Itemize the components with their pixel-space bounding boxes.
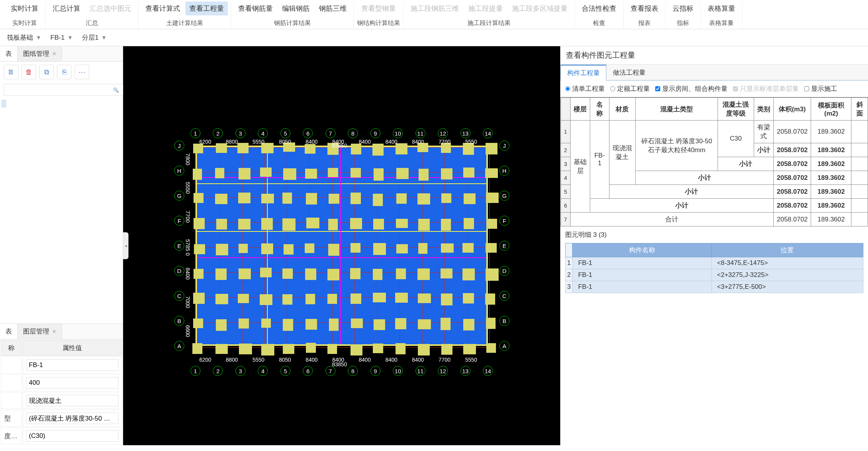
- ribbon-btn[interactable]: 查看工程量: [185, 2, 228, 15]
- dimension-text: 8800: [226, 139, 238, 145]
- dimension-text: 8400: [412, 139, 424, 145]
- axis-label: 11: [416, 366, 426, 376]
- collapse-left-handle[interactable]: ◂: [123, 232, 129, 259]
- qty-header: 模板面积(m2): [811, 98, 851, 121]
- delete-icon[interactable]: 🗑: [22, 65, 36, 79]
- prop-tab-list[interactable]: 表: [0, 324, 18, 339]
- detail-header: 构件名称: [573, 243, 711, 257]
- search-icon[interactable]: 🔍: [113, 87, 119, 93]
- prop-key: 度…: [1, 428, 22, 444]
- ribbon-group-label: 报表: [638, 19, 651, 27]
- ribbon-btn: 施工段钢筋三维: [407, 2, 463, 15]
- prop-value-input[interactable]: [26, 359, 119, 371]
- ribbon-btn[interactable]: 实时计算: [7, 2, 42, 15]
- axis-label: 3: [235, 366, 245, 376]
- ribbon-btn[interactable]: 云指标: [669, 2, 697, 15]
- ribbon-btn[interactable]: 查看钢筋量: [234, 2, 277, 15]
- left-tab-list[interactable]: 表: [0, 46, 18, 61]
- ribbon-group-label: 表格算量: [709, 19, 734, 27]
- dimension-text: 8400: [185, 268, 191, 280]
- detail-row[interactable]: 1FB-1<8-3475,E-1475>: [566, 257, 863, 269]
- dimension-text: 7000: [185, 296, 191, 308]
- left-tabs: 表 图纸管理×: [0, 46, 123, 62]
- dimension-text: 8800: [226, 357, 238, 363]
- qty-header: 楼层: [570, 98, 590, 121]
- chk-show-rooms[interactable]: 显示房间、组合构件量: [655, 84, 728, 93]
- more-icon[interactable]: ⋯: [75, 65, 89, 79]
- detail-title: 图元明细 3 (3): [561, 226, 868, 243]
- axis-label: G: [499, 191, 509, 201]
- axis-label: 4: [258, 366, 268, 376]
- filter-row: 清单工程量 定额工程量 显示房间、组合构件量 只显示标准层单层量 显示施工: [561, 80, 868, 97]
- paste-icon[interactable]: ⎘: [57, 65, 72, 79]
- axis-label: D: [499, 266, 509, 276]
- detail-row[interactable]: 2FB-1<2+3275,J-3225>: [566, 269, 863, 281]
- chk-standard-floor: 只显示标准层单层量: [733, 84, 799, 93]
- prop-value-input[interactable]: [26, 412, 119, 424]
- drawing-canvas[interactable]: ◂ 11223344556677889910101111121213131414…: [123, 46, 560, 445]
- axis-label: 14: [483, 128, 493, 138]
- layer-dropdown[interactable]: 分层1▾: [79, 32, 109, 44]
- ribbon-btn[interactable]: 汇总计算: [49, 2, 84, 15]
- axis-label: 7: [326, 128, 336, 138]
- tab-method-qty[interactable]: 做法工程量: [606, 65, 652, 80]
- prop-value-input[interactable]: [26, 395, 119, 406]
- dimension-text: 7700: [439, 357, 451, 363]
- axis-label: B: [174, 316, 184, 326]
- qty-header: 体积(m3): [773, 98, 811, 121]
- ribbon-group-label: 土建计算结果: [166, 19, 203, 27]
- ribbon-group-label: 实时计算: [12, 19, 37, 27]
- ribbon-btn: 查看型钢量: [357, 2, 400, 15]
- ribbon-btn[interactable]: 钢筋三维: [315, 2, 351, 15]
- copy-icon[interactable]: ⧉: [39, 65, 54, 79]
- axis-label: 12: [438, 366, 448, 376]
- ribbon-btn: 施工段提量: [464, 2, 507, 15]
- component-dropdown[interactable]: FB-1▾: [47, 32, 75, 43]
- icon-toolbar: 🗎 🗑 ⧉ ⎘ ⋯: [0, 62, 123, 82]
- prop-value-input[interactable]: [26, 430, 119, 442]
- dimension-text: 7800: [185, 153, 191, 165]
- close-icon[interactable]: ×: [52, 50, 56, 57]
- prop-tab-layer-mgmt[interactable]: 图层管理×: [18, 324, 62, 339]
- ribbon-btn[interactable]: 表格算量: [704, 2, 739, 15]
- ribbon-btn[interactable]: 查看计算式: [142, 2, 184, 15]
- chk-show-construction[interactable]: 显示施工: [804, 84, 837, 93]
- detail-row[interactable]: 3FB-1<3+2775,E-500>: [566, 281, 863, 293]
- axis-label: C: [499, 291, 509, 301]
- radio-bill-qty[interactable]: 清单工程量: [565, 84, 605, 93]
- qty-header: 斜面: [851, 98, 868, 121]
- axis-label: A: [499, 341, 509, 351]
- tab-component-qty[interactable]: 构件工程量: [561, 65, 606, 80]
- axis-label: 9: [371, 366, 381, 376]
- category-dropdown[interactable]: 筏板基础▾: [4, 32, 43, 44]
- qty-header: 混凝土类型: [636, 98, 718, 121]
- prop-key: [1, 357, 22, 374]
- prop-col-name: 称: [1, 340, 22, 356]
- dimension-text: 5550: [465, 357, 477, 363]
- axis-label: 1: [190, 366, 200, 376]
- ribbon-group: 施工段钢筋三维施工段提量施工段多区域提量施工段计算结果: [404, 2, 575, 29]
- axis-label: 14: [483, 366, 493, 376]
- close-icon[interactable]: ×: [52, 328, 56, 335]
- property-panel: 表 图层管理× 称属性值 型度…: [0, 324, 123, 445]
- ribbon-btn[interactable]: 编辑钢筋: [278, 2, 314, 15]
- radio-quota-qty[interactable]: 定额工程量: [610, 84, 650, 93]
- left-tab-drawing-mgmt[interactable]: 图纸管理×: [18, 46, 62, 61]
- search-input[interactable]: [4, 84, 124, 96]
- dimension-text: 8400: [386, 139, 397, 145]
- dimension-text: 7700: [185, 211, 191, 223]
- dimension-text: 8400: [359, 139, 371, 145]
- ribbon-group: 汇总计算汇总选中图元汇总: [46, 2, 139, 29]
- ribbon-btn[interactable]: 合法性检查: [578, 2, 620, 15]
- axis-label: 2: [213, 128, 223, 138]
- dimension-text: 8400: [305, 357, 317, 363]
- axis-label: 8: [348, 128, 358, 138]
- prop-value-input[interactable]: [26, 377, 119, 389]
- axis-label: F: [174, 216, 184, 226]
- ribbon-btn[interactable]: 查看报表: [627, 2, 662, 15]
- axis-label: A: [174, 341, 184, 351]
- axis-label: 6: [303, 366, 313, 376]
- ribbon-group: 云指标指标: [666, 2, 701, 29]
- new-icon[interactable]: 🗎: [4, 65, 18, 79]
- ribbon-group: 查看报表报表: [624, 2, 666, 29]
